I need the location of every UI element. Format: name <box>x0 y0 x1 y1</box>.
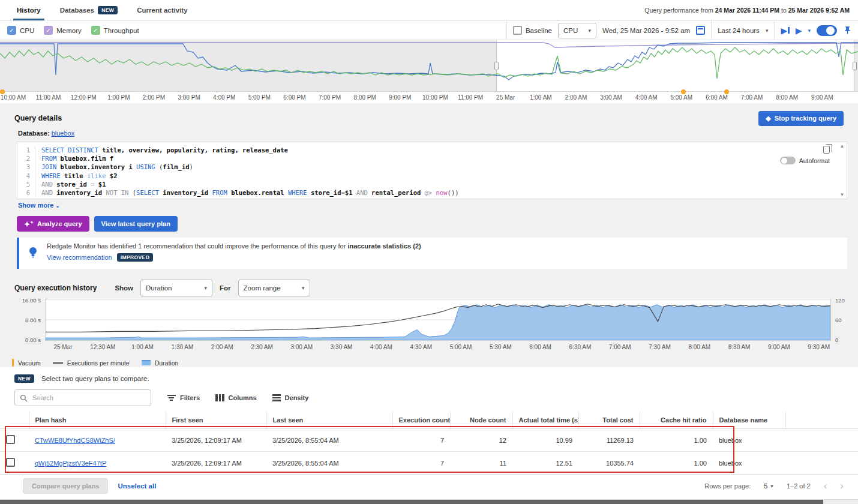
scroll-down-icon[interactable]: ▼ <box>840 192 845 197</box>
search-input[interactable] <box>14 389 151 406</box>
scrollbar-thumb[interactable] <box>0 500 823 504</box>
cell-total-cost: 11269.13 <box>578 429 640 452</box>
columns-button[interactable]: Columns <box>215 394 257 401</box>
tab-current-activity[interactable]: Current activity <box>127 0 197 20</box>
row-checkbox[interactable] <box>6 458 15 467</box>
time-tick: 4:00 PM <box>213 94 235 101</box>
sql-line: 6AND inventory_id NOT IN (SELECT invento… <box>17 188 847 197</box>
baseline-metric-select[interactable]: CPU ▾ <box>558 23 596 38</box>
line-number: 4 <box>17 172 35 180</box>
time-tick: 5:30 AM <box>490 344 512 350</box>
cell-plan-hash: CTwWE8UfYhdCS8WiZhS/ <box>29 429 166 452</box>
divider <box>774 21 775 40</box>
horizontal-scrollbar[interactable] <box>0 499 858 504</box>
previous-page-button[interactable]: ‹ <box>824 481 827 491</box>
copy-icon[interactable] <box>823 146 830 154</box>
datetime-picker[interactable]: Wed, 25 Mar 2026 - 9:52 am <box>602 26 705 35</box>
view-recommendation-link[interactable]: View recommendation <box>47 254 112 261</box>
sql-query-block: 1SELECT DISTINCT title, overview, popula… <box>17 142 847 199</box>
cell-last-seen: 3/25/2026, 8:55:04 AM <box>266 429 392 452</box>
cell-first-seen: 3/25/2026, 12:09:17 AM <box>166 429 266 452</box>
time-tick: 1:30 AM <box>172 344 194 350</box>
time-controls: Baseline CPU ▾ Wed, 25 Mar 2026 - 9:52 a… <box>506 21 858 40</box>
chevron-down-icon: ▾ <box>770 483 773 489</box>
column-header-first-seen[interactable]: First seen <box>166 412 266 429</box>
search-field[interactable] <box>32 394 146 401</box>
time-range-select[interactable]: Last 24 hours ▾ <box>718 27 768 34</box>
unselect-all-link[interactable]: Unselect all <box>118 482 156 490</box>
cell-node-count: 12 <box>450 429 512 452</box>
sql-scrollbar[interactable]: ▲ ▼ <box>839 143 845 197</box>
filters-button[interactable]: Filters <box>167 394 200 402</box>
metric-toggle-memory[interactable]: ✓Memory <box>44 26 82 35</box>
selection-handle-left[interactable] <box>494 62 499 70</box>
compare-plans-button[interactable]: Compare query plans <box>23 478 108 494</box>
live-toggle[interactable] <box>817 25 837 36</box>
skip-to-end-button[interactable]: ▶ <box>781 26 789 35</box>
range-mid: to <box>779 7 788 14</box>
metric-toggle-cpu[interactable]: ✓CPU <box>7 26 34 35</box>
for-range-select[interactable]: Zoom range ▾ <box>238 280 310 296</box>
next-page-button[interactable]: › <box>840 481 844 491</box>
show-more-link[interactable]: Show more ⌄ <box>18 202 858 212</box>
chart-control-bar: ✓CPU✓Memory✓Throughput Baseline CPU ▾ We… <box>0 21 858 40</box>
baseline-label: Baseline <box>526 27 552 34</box>
plan-hash-link[interactable]: qWj52MgPjzstV3eF47tP <box>35 460 106 467</box>
query-details-section: Query details ◈ Stop tracking query Data… <box>0 103 858 367</box>
pin-icon[interactable] <box>843 26 852 35</box>
time-tick: 9:30 AM <box>808 344 830 350</box>
y-axis-label-right: 120 <box>835 297 845 304</box>
density-button[interactable]: Density <box>272 393 309 403</box>
view-latest-plan-button[interactable]: View latest query plan <box>94 216 178 232</box>
rows-per-page-select[interactable]: 5 ▾ <box>764 482 773 490</box>
tab-history[interactable]: History <box>7 0 50 20</box>
autoformat-toggle[interactable] <box>780 157 796 164</box>
analyze-query-button[interactable]: ✦✦ Analyze query <box>17 216 89 232</box>
column-header-node-count[interactable]: Node count <box>450 412 512 429</box>
new-badge: NEW <box>14 374 34 383</box>
column-header-actual-total-time-s-[interactable]: Actual total time (s) <box>512 412 578 429</box>
metric-toggle-list: ✓CPU✓Memory✓Throughput <box>0 26 139 35</box>
legend-item-duration: Duration <box>142 359 179 367</box>
plan-hash-link[interactable]: CTwWE8UfYhdCS8WiZhS/ <box>35 437 115 444</box>
metric-toggle-throughput[interactable]: ✓Throughput <box>91 26 139 35</box>
time-tick: 7:00 AM <box>609 344 631 350</box>
target-icon: ◈ <box>766 115 770 122</box>
autoformat-label: Autoformat <box>799 157 830 164</box>
chevron-down-icon: ▾ <box>205 285 208 291</box>
divider <box>711 21 712 40</box>
cell-actual-total-time: 12.51 <box>512 452 578 475</box>
sparkle-icon: ✦✦ <box>24 220 34 228</box>
time-tick: 9:00 AM <box>811 94 833 101</box>
scroll-up-icon[interactable]: ▲ <box>840 143 845 149</box>
overview-time-axis: 10:00 AM11:00 AM12:00 PM1:00 PM2:00 PM3:… <box>0 91 858 103</box>
column-header-database-name[interactable]: Database name <box>713 412 785 429</box>
time-tick: 8:00 AM <box>688 344 710 350</box>
time-tick: 25 Mar <box>53 344 72 350</box>
tab-databases[interactable]: DatabasesNEW <box>50 0 128 20</box>
time-tick: 3:30 AM <box>331 344 353 350</box>
stop-tracking-button[interactable]: ◈ Stop tracking query <box>758 111 844 126</box>
selection-handle-right[interactable] <box>853 62 857 70</box>
column-header-execution-count[interactable]: Execution count <box>392 412 450 429</box>
event-marker-dot <box>0 89 5 94</box>
recommendation-text: Redgate Monitor has identified 1 recomme… <box>47 242 421 250</box>
time-tick: 8:00 AM <box>776 94 798 101</box>
play-button[interactable]: ▶ <box>796 26 802 35</box>
row-checkbox[interactable] <box>6 435 15 444</box>
play-options-caret[interactable]: ▾ <box>808 28 811 34</box>
metric-label: Throughput <box>104 27 139 34</box>
show-metric-select[interactable]: Duration ▾ <box>140 280 212 296</box>
column-header-total-cost[interactable]: Total cost <box>578 412 640 429</box>
line-number: 2 <box>17 154 35 163</box>
database-line: Database: bluebox <box>0 127 858 140</box>
cell-plan-hash: qWj52MgPjzstV3eF47tP <box>29 452 166 475</box>
memory-line <box>0 43 858 47</box>
time-tick: 6:30 AM <box>569 344 592 350</box>
baseline-checkbox[interactable]: Baseline <box>513 26 552 35</box>
column-header-plan-hash[interactable]: Plan hash <box>29 412 166 429</box>
column-header-cache-hit-ratio[interactable]: Cache hit ratio <box>640 412 713 429</box>
event-marker-dot <box>724 89 729 94</box>
database-link[interactable]: bluebox <box>52 130 75 137</box>
column-header-last-seen[interactable]: Last seen <box>266 412 392 429</box>
